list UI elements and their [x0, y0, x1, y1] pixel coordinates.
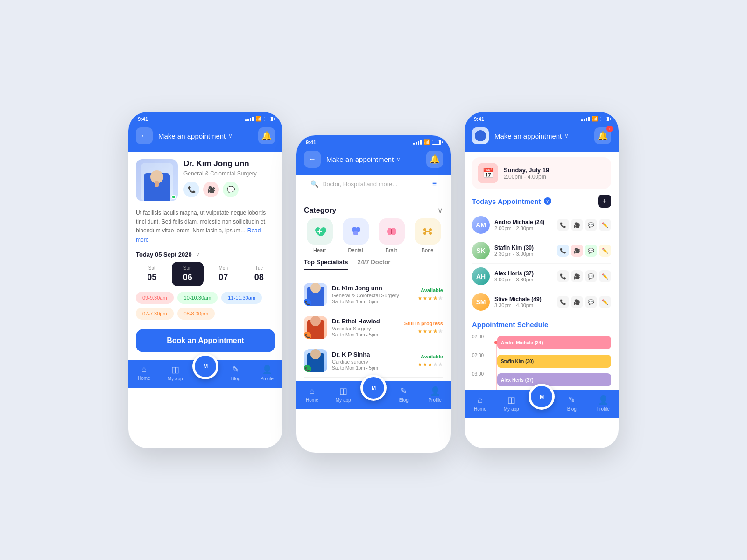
pa-edit-3[interactable]: ✏️: [599, 270, 611, 282]
nav-home-3[interactable]: ⌂ Home: [466, 395, 494, 412]
specialist-card-1: 📞 Dr. Kim Jong unn General & Colorectal …: [304, 278, 443, 311]
blog-icon-3: ✎: [568, 395, 575, 405]
pa-video-3[interactable]: 🎥: [571, 270, 583, 282]
category-heart[interactable]: Heart: [304, 218, 335, 253]
app-logo-2: M: [363, 377, 384, 399]
video-call-button[interactable]: 🎥: [203, 182, 219, 197]
category-expand-icon[interactable]: ∨: [437, 206, 443, 215]
add-appointment-button[interactable]: +: [598, 195, 611, 208]
nav-home[interactable]: ⌂ Home: [130, 364, 158, 381]
dental-category-icon: [343, 218, 369, 245]
cal-day-sat[interactable]: Sat 05: [136, 262, 168, 286]
patient-info-2: Stafin Kim (30) 2.30pm - 3.00pm: [494, 245, 552, 257]
patient-avatar-4: SM: [472, 293, 490, 311]
timeline: 02:00 02:30 03:00 Andro Michale (24) Sta…: [472, 334, 611, 390]
pa-video-2[interactable]: 🎥: [571, 245, 583, 257]
notification-button-2[interactable]: 🔔: [426, 151, 443, 168]
time-slot-5[interactable]: 08-8.30pm: [177, 308, 215, 320]
back-button-2[interactable]: ←: [304, 151, 321, 168]
status-icons: 📶: [245, 116, 273, 122]
schedule-bar-2: Stafin Kim (30): [497, 355, 611, 368]
category-brain[interactable]: Brain: [376, 218, 407, 253]
nav-profile-2[interactable]: 👤 Profile: [421, 386, 449, 403]
time-slot-4[interactable]: 07-7.30pm: [136, 308, 174, 320]
filter-icon[interactable]: ≡: [432, 180, 437, 188]
pa-edit-2[interactable]: ✏️: [599, 245, 611, 257]
chevron-down-icon: ∨: [228, 133, 233, 139]
nav-home-label-3: Home: [474, 406, 486, 412]
pa-msg-4[interactable]: 💬: [585, 296, 597, 308]
appointment-day: Sunday, July 19: [504, 167, 549, 174]
message-button[interactable]: 💬: [223, 182, 239, 197]
date-chevron-icon: ∨: [196, 251, 200, 258]
cal-day-tue[interactable]: Tue 08: [243, 262, 275, 286]
wifi-icon-3: 📶: [592, 116, 598, 122]
schedule-bar-1: Andro Michale (24): [497, 336, 611, 349]
pa-phone-3[interactable]: 📞: [557, 270, 569, 282]
pa-msg-3[interactable]: 💬: [585, 270, 597, 282]
patient-name-3: Alex Horls (37): [494, 270, 552, 277]
nav-myapp-3[interactable]: ◫ My app: [497, 395, 525, 412]
app-header-3: Make an appointment ∨ 🔔 1: [465, 124, 619, 152]
nav-profile-label: Profile: [260, 376, 273, 381]
time-display-2: 9:41: [306, 140, 316, 145]
specialist-name-2: Dr. Ethel Howled: [332, 318, 400, 325]
pa-phone-4[interactable]: 📞: [557, 296, 569, 308]
back-button[interactable]: ←: [136, 127, 153, 144]
nav-blog-2[interactable]: ✎ Blog: [390, 386, 418, 403]
available-status-3: Available: [417, 354, 443, 359]
phone-call-button[interactable]: 📞: [183, 182, 199, 197]
cal-day-sun[interactable]: Sun 06: [172, 262, 204, 286]
nav-blog-3[interactable]: ✎ Blog: [558, 395, 586, 412]
chevron-down-icon-3: ∨: [564, 133, 569, 139]
time-slot-2[interactable]: 10-10.30am: [177, 292, 218, 304]
nav-center-button-3[interactable]: M: [529, 384, 555, 410]
svg-rect-5: [391, 229, 392, 234]
pa-phone-2[interactable]: 📞: [557, 245, 569, 257]
search-input[interactable]: Doctor, Hospital and more...: [322, 181, 429, 188]
bottom-nav-2: ⌂ Home ◫ My app M ✎ Blog 👤 Profile: [296, 381, 451, 409]
book-appointment-button[interactable]: Book an Appointment: [136, 329, 275, 352]
bottom-nav-3: ⌂ Home ◫ My app M ✎ Blog 👤 Profile: [465, 390, 619, 418]
doctor-avatar: [136, 159, 178, 201]
time-slot-3[interactable]: 11-11.30am: [221, 292, 262, 304]
home-icon: ⌂: [141, 364, 147, 374]
nav-myapp[interactable]: ◫ My app: [161, 364, 189, 381]
category-dental[interactable]: Dental: [340, 218, 371, 253]
todays-appointments-section: Todays Appointment ? + AM Andro Michale …: [465, 195, 619, 315]
category-bone[interactable]: Bone: [412, 218, 443, 253]
tab-247-doctor[interactable]: 24/7 Doctor: [357, 259, 390, 270]
pa-edit-4[interactable]: ✏️: [599, 296, 611, 308]
nav-profile-label-2: Profile: [428, 398, 441, 403]
pa-msg-1[interactable]: 💬: [585, 219, 597, 231]
nav-profile-3[interactable]: 👤 Profile: [589, 395, 617, 412]
notification-button[interactable]: 🔔: [258, 127, 275, 144]
nav-myapp-2[interactable]: ◫ My app: [329, 386, 357, 403]
nav-profile[interactable]: 👤 Profile: [253, 364, 281, 381]
profile-icon-2: 👤: [430, 386, 440, 396]
battery-icon-3: [600, 117, 609, 121]
date-selector[interactable]: Today 05 Sept 2020 ∨: [128, 245, 282, 262]
notification-button-3[interactable]: 🔔 1: [594, 127, 611, 144]
tab-top-specialists[interactable]: Top Specialists: [304, 259, 348, 270]
pa-video-4[interactable]: 🎥: [571, 296, 583, 308]
patient-avatar-1: AM: [472, 216, 490, 234]
pa-msg-2[interactable]: 💬: [585, 245, 597, 257]
nav-home-2[interactable]: ⌂ Home: [298, 386, 326, 403]
time-display-3: 9:41: [474, 116, 484, 122]
status-icons-3: 📶: [581, 116, 609, 122]
nav-center-button[interactable]: M: [192, 353, 218, 379]
pa-video-1[interactable]: 🎥: [571, 219, 583, 231]
time-slot-1[interactable]: 09-9.30am: [136, 292, 174, 304]
patient-actions-2: 📞 🎥 💬 ✏️: [557, 245, 611, 257]
pa-phone-1[interactable]: 📞: [557, 219, 569, 231]
bone-category-icon: [415, 218, 441, 245]
pa-edit-1[interactable]: ✏️: [599, 219, 611, 231]
nav-center-button-2[interactable]: M: [360, 375, 387, 401]
cal-day-mon[interactable]: Mon 07: [207, 262, 240, 286]
nav-blog[interactable]: ✎ Blog: [222, 364, 250, 381]
specialist-name-1: Dr. Kim Jong unn: [332, 285, 413, 292]
nav-myapp-label-3: My app: [504, 406, 519, 412]
battery-icon: [264, 117, 273, 121]
call-badge-3: 📞: [304, 365, 311, 372]
